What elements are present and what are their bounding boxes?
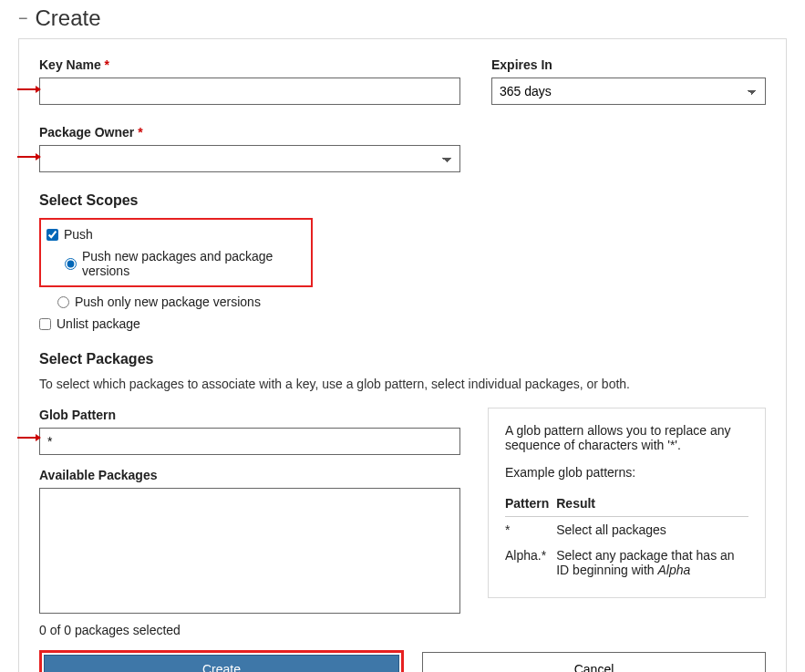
glob-help-panel: A glob pattern allows you to replace any… [488, 408, 766, 598]
create-panel: Key Name * Expires In 365 days Package O… [18, 38, 787, 672]
expires-in-select[interactable]: 365 days [491, 78, 766, 105]
cancel-button[interactable]: Cancel [422, 652, 766, 672]
push-new-radio[interactable] [65, 258, 77, 270]
push-only-radio[interactable] [57, 296, 69, 308]
glob-pattern-input[interactable] [39, 428, 460, 455]
package-count-text: 0 of 0 packages selected [39, 623, 766, 637]
available-packages-list[interactable] [39, 488, 460, 614]
key-name-label: Key Name * [39, 57, 460, 72]
package-owner-select[interactable] [39, 145, 460, 172]
table-row: * Select all packages [505, 517, 748, 543]
create-button-highlight: Create [39, 650, 404, 672]
push-only-label: Push only new package versions [75, 295, 261, 309]
arrow-icon [17, 152, 41, 161]
select-packages-heading: Select Packages [39, 351, 766, 367]
expires-in-label: Expires In [491, 57, 766, 72]
package-owner-label: Package Owner * [39, 125, 460, 140]
select-scopes-heading: Select Scopes [39, 192, 766, 209]
scope-highlight-box: Push Push new packages and package versi… [39, 218, 313, 287]
glob-help-intro: A glob pattern allows you to replace any… [505, 423, 748, 452]
select-packages-help: To select which packages to associate wi… [39, 377, 766, 391]
push-checkbox[interactable] [46, 229, 58, 241]
glob-pattern-label: Glob Pattern [39, 408, 460, 422]
glob-th-pattern: Pattern [505, 492, 556, 517]
collapse-icon[interactable]: − [18, 10, 28, 26]
table-row: Alpha.* Select any package that has an I… [505, 543, 748, 583]
unlist-checkbox[interactable] [39, 318, 51, 330]
glob-th-result: Result [556, 492, 748, 517]
push-label: Push [64, 227, 93, 242]
create-button[interactable]: Create [44, 655, 399, 672]
unlist-label: Unlist package [57, 316, 140, 331]
key-name-input[interactable] [39, 78, 460, 105]
push-new-label: Push new packages and package versions [82, 249, 302, 278]
arrow-icon [17, 85, 41, 94]
glob-pattern-table: Pattern Result * Select all packages Alp… [505, 492, 748, 583]
arrow-icon [17, 433, 41, 442]
glob-help-example-heading: Example glob patterns: [505, 465, 748, 480]
available-packages-label: Available Packages [39, 468, 460, 482]
page-title: Create [36, 5, 101, 31]
